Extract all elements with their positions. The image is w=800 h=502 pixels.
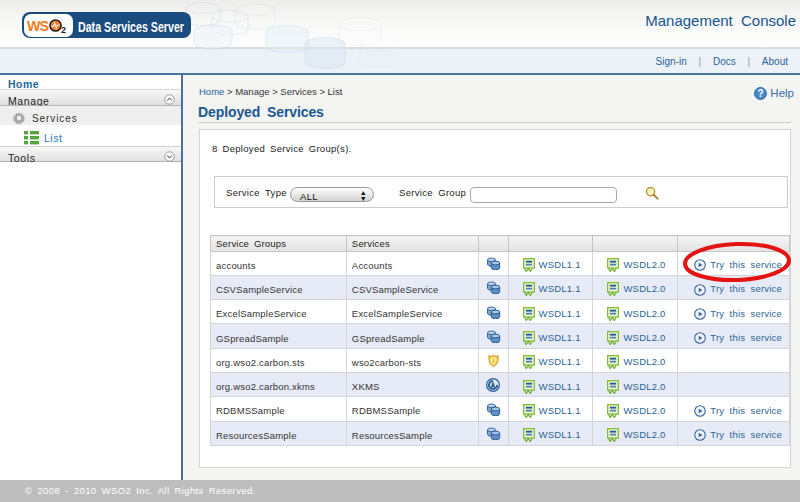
svg-text:?: ? (758, 88, 764, 99)
